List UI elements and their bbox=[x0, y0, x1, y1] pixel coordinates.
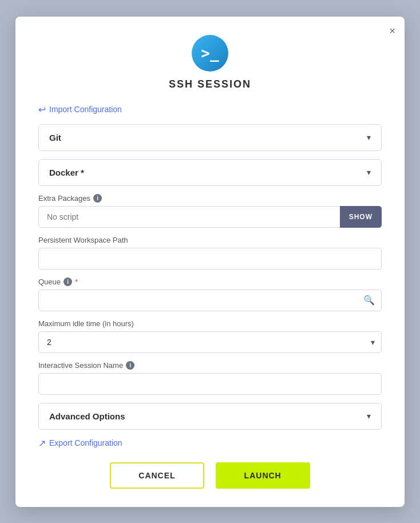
modal-container: × >_ SSH SESSION ↩ Import Configuration … bbox=[15, 17, 405, 507]
docker-section-label: Docker * bbox=[49, 168, 84, 177]
extra-packages-input-wrapper: SHOW bbox=[38, 206, 382, 228]
idle-time-select-wrapper: 1 2 4 8 12 24 ▾ bbox=[38, 331, 382, 353]
git-section-header[interactable]: Git ▾ bbox=[39, 125, 381, 150]
docker-section: Docker * ▾ bbox=[38, 159, 382, 186]
advanced-section-header[interactable]: Advanced Options ▾ bbox=[39, 403, 381, 429]
workspace-path-input[interactable] bbox=[38, 248, 382, 270]
export-configuration-link[interactable]: ↗ Export Configuration bbox=[38, 438, 382, 449]
workspace-path-label: Persistent Workspace Path bbox=[38, 236, 382, 244]
session-name-info-icon: i bbox=[126, 361, 134, 370]
advanced-section-label: Advanced Options bbox=[49, 411, 125, 421]
advanced-section: Advanced Options ▾ bbox=[38, 403, 382, 430]
launch-button[interactable]: LAUNCH bbox=[216, 462, 310, 489]
idle-time-label: Maximum idle time (in hours) bbox=[38, 319, 382, 328]
modal-title: SSH SESSION bbox=[38, 78, 382, 90]
session-name-input[interactable] bbox=[38, 373, 382, 395]
queue-info-icon: i bbox=[64, 278, 72, 286]
idle-time-group: Maximum idle time (in hours) 1 2 4 8 12 … bbox=[38, 319, 382, 353]
close-button[interactable]: × bbox=[389, 26, 395, 36]
queue-label-text: Queue bbox=[38, 278, 61, 286]
queue-required-marker: * bbox=[75, 278, 78, 286]
queue-input[interactable] bbox=[38, 290, 382, 311]
docker-chevron-icon: ▾ bbox=[367, 168, 371, 177]
extra-packages-info-icon: i bbox=[93, 194, 102, 203]
advanced-chevron-icon: ▾ bbox=[367, 411, 371, 421]
git-section-label: Git bbox=[49, 133, 61, 142]
export-label: Export Configuration bbox=[49, 438, 122, 447]
session-name-group: Interactive Session Name i bbox=[38, 361, 382, 395]
cancel-button[interactable]: CANCEL bbox=[110, 462, 204, 489]
extra-packages-label-text: Extra Packages bbox=[38, 194, 90, 203]
idle-time-label-text: Maximum idle time (in hours) bbox=[38, 319, 134, 328]
modal-icon-area: >_ bbox=[38, 35, 382, 72]
import-configuration-link[interactable]: ↩ Import Configuration bbox=[38, 104, 382, 115]
footer-buttons: CANCEL LAUNCH bbox=[38, 462, 382, 489]
session-name-label: Interactive Session Name i bbox=[38, 361, 382, 370]
session-name-label-text: Interactive Session Name bbox=[38, 361, 123, 370]
export-icon: ↗ bbox=[38, 438, 46, 449]
extra-packages-input[interactable] bbox=[38, 206, 382, 228]
terminal-icon: >_ bbox=[201, 45, 219, 62]
queue-label: Queue i * bbox=[38, 278, 382, 286]
queue-input-wrapper: 🔍 bbox=[38, 290, 382, 311]
docker-section-header[interactable]: Docker * ▾ bbox=[39, 160, 381, 185]
git-chevron-icon: ▾ bbox=[367, 133, 371, 142]
workspace-path-group: Persistent Workspace Path bbox=[38, 236, 382, 270]
extra-packages-label: Extra Packages i bbox=[38, 194, 382, 203]
import-icon: ↩ bbox=[38, 104, 46, 115]
workspace-path-label-text: Persistent Workspace Path bbox=[38, 236, 128, 244]
import-label: Import Configuration bbox=[49, 105, 122, 114]
git-section: Git ▾ bbox=[38, 124, 382, 151]
modal-overlay: × >_ SSH SESSION ↩ Import Configuration … bbox=[0, 0, 420, 523]
show-button[interactable]: SHOW bbox=[340, 206, 382, 228]
idle-time-select[interactable]: 1 2 4 8 12 24 bbox=[38, 331, 382, 353]
terminal-icon-circle: >_ bbox=[192, 35, 228, 72]
queue-group: Queue i * 🔍 bbox=[38, 278, 382, 311]
extra-packages-group: Extra Packages i SHOW bbox=[38, 194, 382, 228]
